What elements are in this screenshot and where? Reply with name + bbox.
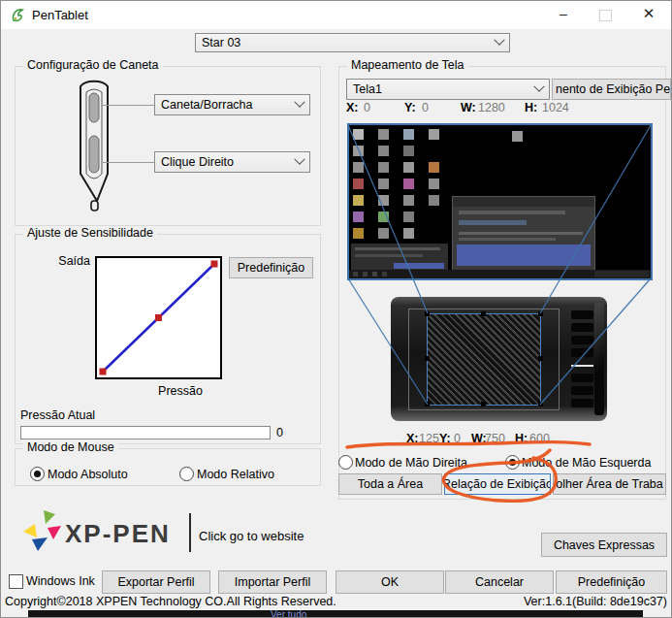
export-profile-button[interactable]: Exportar Perfil (102, 570, 210, 594)
absolute-mode-radio[interactable] (30, 467, 45, 481)
title-bar: PenTablet – ✕ (1, 1, 671, 29)
pressure-curve-graph[interactable] (95, 256, 222, 379)
tablet-coords: X:125 Y:0 W:750 H:600 (406, 432, 550, 445)
pressure-progressbar (20, 426, 271, 439)
current-pressure-label: Pressão Atual (20, 408, 95, 422)
pressure-axis-label: Pressão (127, 384, 234, 398)
custom-display-mapping-button[interactable]: nento de Exibição Persor (552, 79, 671, 100)
pen-button1-connector (102, 105, 154, 106)
xppen-logo-text[interactable]: XP-PEN (65, 519, 171, 549)
windows-ink-checkbox[interactable] (9, 574, 23, 589)
display-select[interactable]: Tela1 (346, 79, 550, 100)
right-hand-label[interactable]: Modo de Mão Direita (355, 456, 467, 470)
curve-handle-mid (155, 314, 162, 321)
tablet-key-divider (571, 365, 593, 367)
ok-button[interactable]: OK (336, 570, 444, 594)
cancel-button[interactable]: Cancelar (445, 570, 554, 594)
relative-mode-label[interactable]: Modo Relativo (197, 468, 274, 481)
tablet-express-keys (571, 310, 593, 319)
xppen-logo-icon[interactable] (22, 509, 63, 552)
pen-top-button-value: Caneta/Borracha (161, 98, 253, 112)
sensitivity-title: Ajuste de Sensibilidade (23, 226, 157, 240)
display-select-value: Tela1 (353, 82, 382, 96)
relative-mode-radio[interactable] (179, 467, 194, 481)
display-ratio-button[interactable]: Relação de Exibição (444, 473, 551, 495)
left-hand-label[interactable]: Modo de Mão Esquerda (522, 456, 651, 470)
maximize-button[interactable] (599, 10, 612, 21)
profile-select-value: Star 03 (202, 36, 240, 49)
close-button[interactable]: ✕ (632, 1, 665, 26)
default-button[interactable]: Predefinição (556, 570, 667, 594)
pentablet-window: PenTablet – ✕ Star 03 Configuração de Ca… (0, 0, 672, 618)
left-hand-radio[interactable] (505, 455, 520, 470)
mapped-area-handles[interactable] (425, 311, 430, 316)
background-link: Ver tudo (271, 610, 306, 618)
pen-bottom-button-select[interactable]: Clique Direito (154, 151, 310, 173)
mouse-mode-title: Modo de Mouse (23, 440, 118, 454)
absolute-mode-label[interactable]: Modo Absoluto (48, 468, 128, 481)
preview-taskbar (349, 270, 651, 278)
sensitivity-preset-button[interactable]: Predefinição (229, 257, 313, 278)
import-profile-button[interactable]: Importar Perfil (218, 570, 327, 594)
pen-top-button-select[interactable]: Caneta/Borracha (154, 94, 310, 115)
pen-config-title: Configuração de Caneta (23, 58, 163, 72)
preview-panel (351, 244, 448, 273)
chevron-down-icon (294, 97, 304, 108)
version-text: Ver:1.6.1(Build: 8de19c37) (524, 595, 667, 608)
chevron-down-icon (294, 154, 304, 165)
pen-button2-connector (102, 162, 154, 163)
tablet-edge (594, 303, 604, 415)
express-keys-button[interactable]: Chaves Expressas (541, 533, 667, 557)
right-hand-radio[interactable] (338, 455, 353, 470)
full-area-button[interactable]: Toda a Área (338, 473, 442, 495)
minimize-button[interactable]: – (547, 1, 580, 26)
pressure-value: 0 (276, 426, 283, 439)
website-link-label[interactable]: Click go to website (199, 529, 304, 543)
chevron-down-icon (533, 81, 544, 92)
tablet-mapped-area[interactable] (427, 313, 541, 406)
window-title: PenTablet (32, 8, 88, 22)
screen-mapping-title: Mapeamento de Tela (347, 58, 468, 72)
screen-coords: X:0 Y:0 W:1280 H:1024 (346, 101, 569, 114)
preview-window (452, 196, 595, 272)
copyright-text: Copyright©2018 XPPEN Technology CO.All R… (5, 595, 336, 608)
background-window-strip: Ver tudo (28, 610, 643, 618)
curve-handle-high (211, 261, 218, 268)
windows-ink-label[interactable]: Windows Ink (26, 574, 95, 588)
tablet-illustration (391, 297, 607, 421)
work-area-button[interactable]: olher Área de Traba (553, 473, 666, 495)
app-icon (11, 8, 26, 23)
pen-bottom-button-value: Clique Direito (161, 155, 234, 169)
desktop-icons (353, 129, 364, 140)
curve-handle-low (100, 369, 107, 375)
pen-config-group: Configuração de Caneta (15, 66, 321, 226)
profile-select[interactable]: Star 03 (195, 33, 510, 52)
logo-divider (189, 513, 191, 552)
screen-preview[interactable] (347, 123, 653, 280)
chevron-down-icon (494, 35, 504, 46)
output-axis-label: Saída (40, 254, 90, 268)
pen-illustration (63, 79, 125, 214)
